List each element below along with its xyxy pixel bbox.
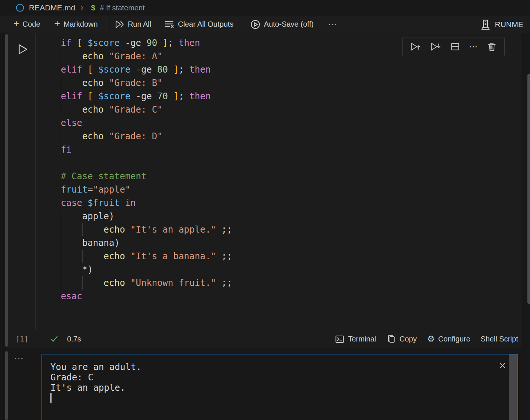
code-token bbox=[93, 91, 98, 101]
code-token: = bbox=[87, 184, 93, 195]
code-line: elif [ $score -ge 70 ]; then bbox=[36, 90, 522, 103]
code-token: # Case statement bbox=[61, 171, 146, 181]
delete-cell-icon[interactable] bbox=[487, 41, 497, 52]
code-token bbox=[82, 64, 87, 75]
terminal-icon bbox=[335, 334, 345, 344]
output-focus-bar[interactable] bbox=[5, 351, 8, 420]
code-token: case bbox=[61, 198, 82, 208]
configure-label: Configure bbox=[438, 335, 470, 343]
code-token bbox=[61, 131, 82, 141]
output-more-button[interactable]: ⋯ bbox=[14, 353, 24, 364]
run-cell-button[interactable] bbox=[17, 42, 29, 56]
cell-more-icon[interactable]: ⋯ bbox=[469, 42, 478, 51]
indent-guide bbox=[61, 250, 61, 263]
code-line: banana) bbox=[36, 236, 522, 250]
indent-guide bbox=[82, 276, 83, 290]
code-token: fi bbox=[61, 144, 72, 155]
code-line: echo "It's a banana." ;; bbox=[36, 250, 522, 263]
code-token: in bbox=[125, 198, 136, 208]
code-token: "Grade: A" bbox=[109, 51, 163, 61]
code-token bbox=[125, 224, 130, 235]
shell-symbol: $ bbox=[91, 3, 96, 12]
code-line bbox=[36, 156, 522, 170]
code-token: 90 bbox=[146, 38, 157, 48]
toolbar-more-button[interactable]: ⋯ bbox=[322, 19, 342, 30]
indent-guide bbox=[61, 236, 61, 250]
copy-icon bbox=[387, 334, 396, 344]
code-token bbox=[125, 251, 130, 261]
indent-guide bbox=[82, 250, 83, 263]
code-token: echo bbox=[104, 224, 125, 235]
code-line: echo "Grade: C" bbox=[36, 103, 522, 116]
code-token: -ge bbox=[120, 38, 146, 48]
code-token: elif bbox=[61, 91, 82, 101]
copy-button[interactable]: Copy bbox=[387, 334, 417, 344]
code-token: "Grade: D" bbox=[109, 131, 163, 141]
code-token bbox=[168, 64, 173, 75]
output-line: You are an adult. bbox=[50, 362, 517, 372]
close-output-icon[interactable] bbox=[498, 361, 507, 371]
code-line: apple) bbox=[36, 210, 522, 223]
auto-save-label: Auto-Save (off) bbox=[264, 20, 314, 29]
code-token bbox=[168, 91, 173, 101]
cell-focus-bar[interactable] bbox=[5, 34, 8, 347]
indent-guide bbox=[61, 276, 61, 290]
code-token: $score bbox=[98, 91, 130, 101]
output-line: It's an apple. bbox=[50, 383, 517, 393]
code-token: "It's a banana." bbox=[130, 251, 216, 261]
code-token: echo bbox=[82, 51, 104, 61]
code-token: ] bbox=[173, 64, 178, 75]
code-token: if bbox=[61, 38, 72, 48]
success-check-icon bbox=[49, 334, 59, 344]
clear-all-outputs-button[interactable]: Clear All Outputs bbox=[161, 17, 236, 31]
code-token: echo bbox=[82, 78, 104, 88]
runme-logo-icon bbox=[480, 19, 491, 30]
breadcrumb-file[interactable]: README.md bbox=[29, 3, 75, 12]
configure-button[interactable]: ⚙ Configure bbox=[427, 335, 470, 343]
output-line: Grade: C bbox=[50, 372, 517, 383]
code-token bbox=[104, 104, 109, 115]
split-cell-icon[interactable] bbox=[450, 41, 460, 52]
auto-save-button[interactable]: Auto-Save (off) bbox=[247, 18, 317, 31]
add-code-label: Code bbox=[23, 20, 40, 29]
cell-gutter bbox=[8, 33, 36, 330]
runme-brand[interactable]: RUNME bbox=[480, 19, 525, 30]
runme-brand-label: RUNME bbox=[495, 20, 523, 29]
info-icon[interactable] bbox=[16, 3, 24, 12]
gear-icon: ⚙ bbox=[427, 335, 435, 343]
code-token: ] bbox=[173, 91, 178, 101]
code-editor[interactable]: if [ $score -ge 90 ]; then echo "Grade: … bbox=[36, 33, 522, 330]
code-line: fi bbox=[36, 143, 522, 156]
cell-toolbar: ⋯ bbox=[402, 37, 505, 56]
code-token bbox=[120, 198, 125, 208]
code-token: [ bbox=[87, 64, 93, 75]
code-token: -ge bbox=[130, 91, 157, 101]
code-token: ; bbox=[179, 91, 189, 101]
language-picker[interactable]: Shell Script bbox=[481, 335, 518, 343]
code-token bbox=[82, 91, 87, 101]
code-token: ;; bbox=[216, 251, 232, 261]
code-token: esac bbox=[61, 291, 82, 301]
gutter-line bbox=[1, 33, 1, 420]
execute-above-icon[interactable] bbox=[410, 41, 421, 52]
code-line: else bbox=[36, 116, 522, 130]
breadcrumb-cell-heading[interactable]: # If statement bbox=[100, 4, 145, 12]
output-scrollbar[interactable] bbox=[509, 354, 517, 420]
cell-output: You are an adult.Grade: CIt's an apple. bbox=[42, 354, 518, 420]
add-code-button[interactable]: + Code bbox=[10, 19, 43, 30]
terminal-button[interactable]: Terminal bbox=[335, 334, 376, 344]
indent-guide bbox=[61, 263, 61, 276]
code-line: case $fruit in bbox=[36, 196, 522, 210]
add-markdown-button[interactable]: + Markdown bbox=[52, 19, 101, 30]
editor-scrollbar[interactable] bbox=[527, 74, 530, 304]
code-token: [ bbox=[87, 91, 93, 101]
execute-below-icon[interactable] bbox=[430, 41, 441, 52]
run-all-button[interactable]: Run All bbox=[112, 18, 154, 31]
code-token: echo bbox=[104, 251, 125, 261]
plus-icon: + bbox=[13, 19, 19, 29]
indent-guide bbox=[82, 223, 83, 236]
auto-save-icon bbox=[250, 19, 261, 30]
code-line: elif [ $score -ge 80 ]; then bbox=[36, 63, 522, 76]
language-label: Shell Script bbox=[481, 335, 518, 343]
code-token: $score bbox=[98, 64, 130, 75]
